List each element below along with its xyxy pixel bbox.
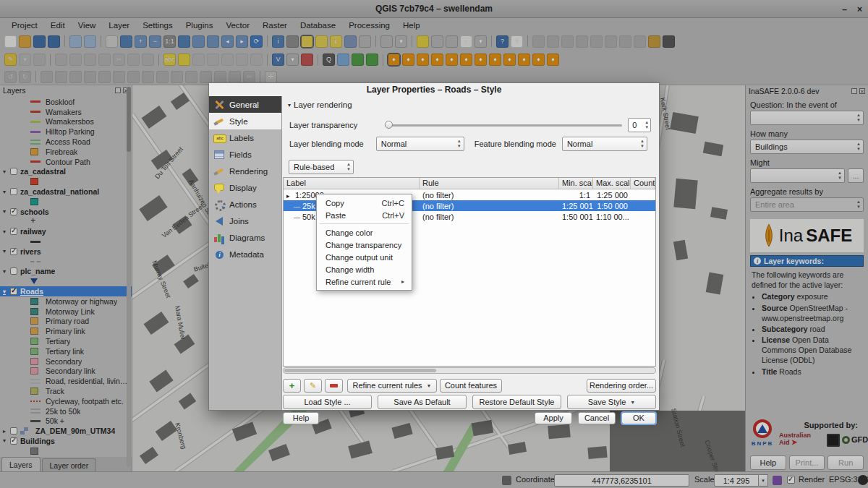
python-console-icon[interactable] [663, 35, 675, 48]
measure-line-icon[interactable] [380, 35, 393, 48]
scissors-icon[interactable]: ✂ [243, 71, 255, 83]
layer-tree-item[interactable]: ▾ rivers [0, 247, 132, 257]
layer-tree-item[interactable] [0, 257, 132, 267]
zoom-to-selection-icon[interactable] [192, 35, 205, 48]
layer-tree-item[interactable]: Primary road [0, 317, 132, 327]
inasafe-add-layer-icon[interactable]: ♦ [532, 53, 545, 66]
tab-style[interactable]: Style [209, 113, 281, 129]
measure-area-icon[interactable] [532, 35, 545, 48]
title-bar[interactable]: QGIS 7cb79c4 – swellendam – × [0, 0, 868, 18]
undo-icon[interactable]: ↺ [4, 71, 17, 83]
menu-item[interactable]: Project [6, 20, 43, 30]
layer-tree-item[interactable] [0, 236, 132, 247]
save-layer-edits-icon[interactable] [33, 53, 46, 66]
menu-item-change-width[interactable]: Change width [317, 263, 412, 275]
tab-diagrams[interactable]: Diagrams [209, 229, 281, 246]
search-icon[interactable]: Q [323, 53, 335, 66]
magnifier-icon[interactable] [773, 476, 782, 485]
inasafe-options-icon[interactable]: ♦ [431, 53, 443, 66]
close-panel-icon[interactable]: ✕ [859, 88, 865, 94]
render-checkbox[interactable] [787, 476, 795, 484]
inasafe-impact-wizard-icon[interactable]: ♦ [417, 53, 429, 66]
split-parts-icon[interactable] [185, 71, 197, 83]
help-button[interactable]: Help [283, 412, 319, 424]
exposure-select[interactable]: Buildings▲▼ [750, 140, 864, 154]
layer-visibility-checkbox[interactable] [10, 288, 17, 295]
editing-dropdown-icon[interactable]: ▾ [19, 53, 31, 66]
cut-features-icon[interactable]: ✂ [113, 53, 125, 66]
rotate-feature-icon[interactable] [41, 71, 53, 83]
scrollbar-thumb[interactable] [284, 369, 436, 372]
menu-item[interactable]: View [72, 20, 102, 30]
count-features-button[interactable]: Count features [440, 379, 502, 393]
show-selected-layers-icon[interactable] [619, 35, 631, 48]
add-ring-icon[interactable] [69, 71, 82, 83]
tab-general[interactable]: General [209, 96, 281, 113]
disclosure-triangle-icon[interactable]: ▾ [288, 102, 291, 108]
layer-tree-item[interactable]: Firebreak [0, 147, 132, 157]
expander-icon[interactable]: ▾ [3, 437, 10, 444]
inasafe-people-icon[interactable]: ♦ [460, 53, 472, 66]
layer-tree-item[interactable]: Motorway or highway [0, 296, 132, 307]
style-manager-icon[interactable] [337, 53, 349, 66]
tab-display[interactable]: Display [209, 179, 281, 196]
expander-icon[interactable]: ▾ [3, 268, 10, 275]
layer-tree-item[interactable] [0, 276, 132, 286]
menu-item[interactable]: Edit [45, 20, 71, 30]
label-highlight-icon[interactable] [192, 53, 205, 66]
processing-toolbox-icon[interactable] [352, 53, 364, 66]
restore-default-style-button[interactable]: Restore Default Style [472, 395, 561, 409]
merge-attributes-icon[interactable] [214, 71, 226, 83]
delete-part-icon[interactable] [127, 71, 140, 83]
measure-dropdown-icon[interactable]: ▾ [395, 35, 407, 48]
layer-tree-item[interactable]: Boskloof [0, 97, 132, 107]
layer-tree-item[interactable]: Tertiary link [0, 346, 132, 356]
layer-tree-item[interactable]: Wamakersbos [0, 117, 132, 127]
layer-tree-item[interactable]: Track [0, 386, 132, 396]
layer-tree-item[interactable]: Hilltop Parking [0, 127, 132, 137]
layer-visibility-checkbox[interactable] [10, 248, 17, 255]
zoom-last-icon[interactable]: ◂ [221, 35, 234, 48]
aggregation-select[interactable]: Entire area▲▼ [750, 197, 864, 212]
map-tips-icon[interactable] [417, 35, 429, 48]
merge-features-icon[interactable] [200, 71, 212, 83]
menu-item-copy[interactable]: Copy Ctrl+C [317, 197, 412, 209]
close-button[interactable]: × [857, 4, 862, 14]
pan-to-selection-icon[interactable] [120, 35, 132, 48]
layer-tree-item[interactable]: ▾ Roads [0, 286, 132, 296]
new-map-view-icon[interactable] [648, 35, 660, 48]
transparency-spinbox[interactable]: 0 ▲▼ [628, 118, 651, 132]
layer-tree-item[interactable] [0, 176, 132, 187]
layer-tree-item[interactable]: 50k + [0, 416, 132, 427]
layer-visibility-checkbox[interactable] [10, 168, 17, 175]
layer-tree-item[interactable]: Road, residential, living street, ... [0, 376, 132, 386]
float-panel-icon[interactable] [115, 87, 121, 93]
deselect-all-icon[interactable] [315, 35, 328, 48]
menu-item[interactable]: Plugins [180, 20, 219, 30]
layer-rendering-header[interactable]: ▾ Layer rendering [288, 100, 352, 109]
layer-tree-item[interactable]: ▾ Buildings [0, 436, 132, 446]
delete-ring-icon[interactable] [113, 71, 125, 83]
map-rotation-icon[interactable] [561, 35, 574, 48]
add-part-icon[interactable] [84, 71, 96, 83]
expander-icon[interactable]: ▾ [3, 168, 10, 175]
zoom-in-icon[interactable]: + [135, 35, 147, 48]
layer-tree-item[interactable]: Contour Path [0, 157, 132, 167]
inasafe-run-button[interactable]: Run [827, 455, 864, 470]
menu-item-change-output-unit[interactable]: Change output unit [317, 251, 412, 263]
save-project-icon[interactable] [33, 35, 46, 48]
layer-tree-item[interactable]: Wamakers [0, 107, 132, 117]
expander-icon[interactable]: ▾ [3, 248, 10, 254]
select-by-expression-icon[interactable]: ε [330, 35, 342, 48]
spin-arrows-icon[interactable]: ▲▼ [644, 120, 649, 130]
layer-tree-item[interactable]: ▾ za_cadastral_national [0, 187, 132, 197]
menu-item[interactable]: Help [397, 20, 426, 30]
annotation-dropdown-icon[interactable]: ▾ [475, 35, 487, 48]
rules-horizontal-scrollbar[interactable] [283, 367, 656, 374]
layer-visibility-checkbox[interactable] [10, 427, 17, 435]
inasafe-keywords-wizard-icon[interactable]: ♦ [402, 53, 414, 66]
feature-blending-select[interactable]: Normal▲▼ [562, 137, 647, 151]
menu-item[interactable]: Layer [103, 20, 135, 30]
expander-icon[interactable]: ▸ [3, 428, 10, 435]
zoom-full-icon[interactable] [178, 35, 190, 48]
